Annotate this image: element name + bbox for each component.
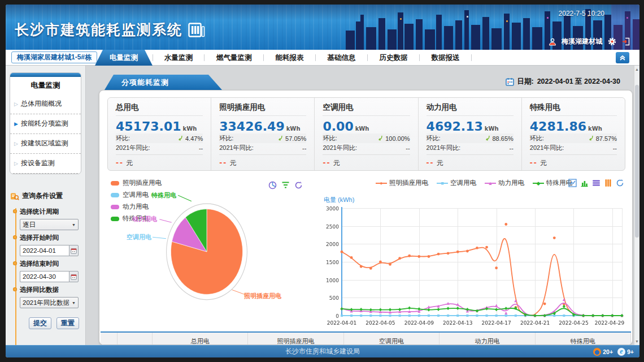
vertical-stripes-icon[interactable] bbox=[604, 179, 612, 187]
header: 长沙市建筑能耗监测系统 2022-7-5 10:20 梅溪湖建材城 bbox=[6, 5, 639, 50]
end-date-input[interactable] bbox=[20, 271, 69, 282]
legend-label: 空调用电 bbox=[450, 179, 476, 187]
period-label: 选择统计周期 bbox=[20, 208, 82, 216]
table-header-cell bbox=[101, 333, 118, 344]
legend-item-lighting[interactable]: ●照明插座用电 bbox=[376, 179, 428, 187]
refresh-icon[interactable] bbox=[616, 179, 624, 187]
vertical-scrollbar[interactable]: ▲ ▼ bbox=[634, 66, 639, 345]
refresh-icon[interactable] bbox=[294, 181, 303, 189]
cost-value: -- bbox=[116, 157, 124, 167]
card-power: 动力用电 4692.13kWh 环比: 88.65% 2021年同比:-- --… bbox=[418, 98, 521, 170]
scroll-up-arrow[interactable]: ▲ bbox=[634, 66, 639, 74]
horizontal-stripes-icon[interactable] bbox=[592, 179, 601, 187]
arrow-icon: ▷ bbox=[14, 141, 18, 146]
legend-item-special[interactable]: ◆特殊用电 bbox=[533, 179, 572, 187]
tongbi-label: 2021年同比: bbox=[427, 144, 461, 152]
stat-cards: 总用电 45173.01kWh 环比: 4.47% 2021年同比:-- --元… bbox=[107, 97, 625, 171]
cost-unit: 元 bbox=[437, 158, 443, 168]
footer-text: 长沙市住房和城乡建设局 bbox=[6, 347, 639, 356]
tab-gas[interactable]: 燃气量监测 bbox=[204, 50, 264, 66]
tongbi-label: 2021年同比: bbox=[116, 144, 150, 152]
pie-chart[interactable] bbox=[164, 201, 249, 302]
tab-basic-info[interactable]: 基础信息 bbox=[316, 50, 368, 66]
legend-swatch bbox=[111, 181, 119, 186]
huanbi-value: 88.65% bbox=[493, 135, 514, 142]
legend-label: 照明插座用电 bbox=[389, 179, 428, 187]
table-header-power: 动力用电 bbox=[440, 333, 535, 344]
sidebar-item-overview[interactable]: ▷ 总体用能概况 bbox=[10, 94, 81, 114]
app-title: 长沙市建筑能耗监测系统 bbox=[15, 20, 182, 39]
huanbi-label: 环比: bbox=[530, 134, 544, 143]
main-panel: 总用电 45173.01kWh 环比: 4.47% 2021年同比:-- --元… bbox=[99, 90, 633, 345]
reset-button[interactable]: 重置 bbox=[56, 317, 79, 329]
line-chart[interactable] bbox=[323, 205, 625, 330]
card-title: 空调用电 bbox=[323, 102, 410, 116]
user-icon bbox=[549, 38, 556, 46]
huanbi-value: 87.57% bbox=[596, 135, 617, 142]
pie-toolbar bbox=[268, 181, 303, 189]
marker-circle-icon: ● bbox=[376, 180, 387, 186]
legend-swatch bbox=[111, 205, 119, 209]
content-area: 分项能耗监测 日期: 2022-04-01 至 2022-04-30 总用电 4… bbox=[86, 66, 639, 345]
start-date-input[interactable] bbox=[20, 245, 69, 256]
arrow-icon: ▷ bbox=[14, 101, 18, 107]
sidebar-item-label: 按建筑区域监测 bbox=[21, 139, 68, 148]
legend-item-power[interactable]: 动力用电 bbox=[111, 202, 162, 211]
card-unit: kWh bbox=[485, 126, 499, 132]
card-value: 33426.49 bbox=[219, 119, 285, 133]
scroll-down-arrow[interactable]: ▼ bbox=[634, 337, 639, 345]
huanbi-value: 57.05% bbox=[285, 135, 306, 142]
tab-report[interactable]: 能耗报表 bbox=[264, 50, 316, 66]
compare-label: 选择同比数据 bbox=[20, 286, 82, 294]
query-settings-icon bbox=[10, 192, 19, 201]
trend-down-arrow-icon bbox=[277, 135, 283, 141]
legend-item-ac[interactable]: ■空调用电 bbox=[437, 179, 476, 187]
legend-label: 动力用电 bbox=[498, 179, 524, 187]
pie-chart-icon[interactable] bbox=[268, 181, 277, 189]
huanbi-value: 4.47% bbox=[185, 135, 203, 142]
line-chart-block: ●照明插座用电 ■空调用电 ▲动力用电 ◆特殊用电 电量 (kWh) bbox=[323, 175, 625, 338]
line-chart-icon[interactable] bbox=[568, 179, 577, 187]
pie-label-power: 动力用电 bbox=[132, 215, 157, 223]
arrow-icon: ▷ bbox=[14, 161, 18, 166]
panel-title-tab: 分项能耗监测 bbox=[105, 75, 222, 90]
period-select[interactable]: 逐日 ▼ bbox=[20, 219, 79, 230]
tongbi-value: -- bbox=[199, 145, 203, 152]
tab-water[interactable]: 水量监测 bbox=[153, 50, 204, 66]
sidebar-item-by-area[interactable]: ▷ 按建筑区域监测 bbox=[10, 134, 81, 154]
calendar-icon[interactable] bbox=[69, 245, 79, 256]
legend-item-power[interactable]: ▲动力用电 bbox=[485, 179, 524, 187]
tab-electricity[interactable]: 电量监测 bbox=[95, 50, 153, 66]
sidebar-item-by-device[interactable]: ▷ 按设备监测 bbox=[10, 154, 81, 174]
collapse-up-button[interactable] bbox=[616, 52, 629, 63]
logout-icon[interactable] bbox=[622, 37, 630, 46]
building-selector[interactable]: 梅溪湖家居建材城1-5#栋 bbox=[11, 51, 97, 63]
card-unit: kWh bbox=[355, 126, 369, 132]
gear-icon[interactable] bbox=[607, 37, 617, 46]
bar-chart-icon[interactable] bbox=[580, 179, 589, 187]
sidebar-item-by-category[interactable]: ▶ 按能耗分项监测 bbox=[10, 114, 81, 134]
query-settings-title: 查询条件设置 bbox=[22, 191, 63, 201]
card-unit: kWh bbox=[588, 126, 602, 132]
ie-icon: e bbox=[617, 348, 625, 356]
legend-item-lighting[interactable]: 照明插座用电 bbox=[111, 179, 162, 187]
pie-label-special: 特殊用电 bbox=[151, 191, 176, 200]
card-value: 4692.13 bbox=[427, 119, 483, 133]
tab-history[interactable]: 历史数据 bbox=[368, 50, 420, 66]
huanbi-label: 环比: bbox=[323, 134, 337, 143]
calendar-icon[interactable] bbox=[69, 271, 79, 282]
filter-funnel-icon[interactable] bbox=[281, 181, 290, 189]
table-header-ac: 空调用电 bbox=[344, 333, 440, 344]
scrollbar-thumb[interactable] bbox=[635, 85, 639, 238]
sidebar-menu-panel: 电量监测 ▷ 总体用能概况 ▶ 按能耗分项监测 ▷ 按建筑区域监测 ▷ 按设备监… bbox=[10, 72, 81, 174]
user-name[interactable]: 梅溪湖建材城 bbox=[562, 37, 602, 46]
compare-select[interactable]: 2021年同比数据 ▼ bbox=[20, 297, 79, 308]
firefox-icon bbox=[593, 348, 601, 356]
tab-data-submit[interactable]: 数据报送 bbox=[420, 50, 472, 66]
nav-tabs: 电量监测 水量监测 燃气量监测 能耗报表 基础信息 历史数据 数据报送 bbox=[95, 50, 472, 66]
card-air-conditioning: 空调用电 0.00kWh 环比: 100.00% 2021年同比:-- --元 bbox=[314, 98, 417, 170]
submit-button[interactable]: 提交 bbox=[29, 317, 51, 329]
compare-value: 2021年同比数据 bbox=[23, 299, 69, 307]
calendar-icon[interactable] bbox=[506, 77, 514, 86]
legend-label: 空调用电 bbox=[123, 191, 149, 199]
